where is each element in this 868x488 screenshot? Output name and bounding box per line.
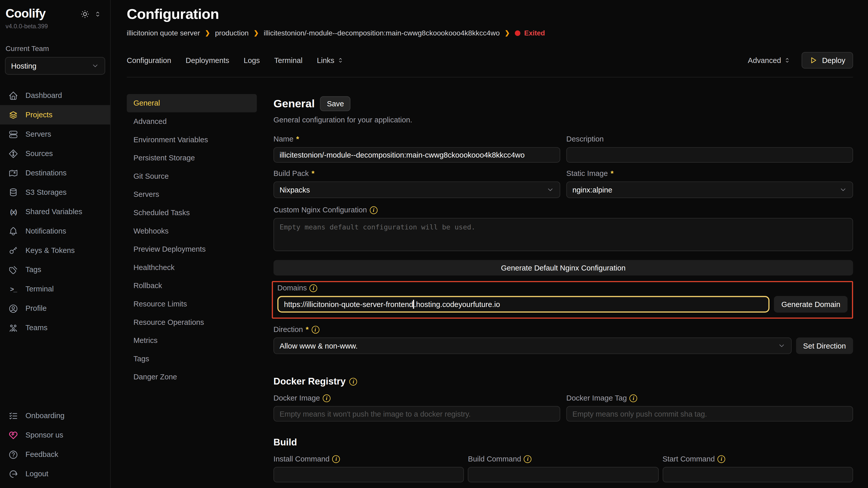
sidebar-item-logout[interactable]: Logout: [0, 464, 110, 483]
domains-value-after-caret: .hosting.codeyourfuture.io: [414, 300, 500, 308]
sidebar-item-s3-storages[interactable]: S3 Storages: [0, 183, 110, 202]
generate-nginx-button[interactable]: Generate Default Nginx Configuration: [274, 260, 853, 275]
tab-terminal[interactable]: Terminal: [274, 56, 303, 65]
sidebar-item-dashboard[interactable]: Dashboard: [0, 86, 110, 105]
framework-docs-link[interactable]: Framework Specific Docs: [460, 487, 538, 488]
docker-image-field-group: Docker Image i: [274, 394, 560, 421]
tab-deployments[interactable]: Deployments: [186, 56, 229, 65]
sidebar-item-teams[interactable]: Teams: [0, 318, 110, 337]
git-source-icon: [8, 149, 19, 159]
custom-nginx-textarea[interactable]: [274, 218, 853, 251]
status-dot-icon: [515, 30, 521, 36]
chevron-down-icon: [778, 342, 785, 350]
sidebar-item-profile[interactable]: Profile: [0, 299, 110, 318]
tab-logs[interactable]: Logs: [244, 56, 260, 65]
build-command-input[interactable]: [468, 467, 658, 482]
tab-links[interactable]: Links: [317, 56, 344, 65]
sidebar-item-shared-variables[interactable]: (x) Shared Variables: [0, 202, 110, 221]
required-marker: *: [611, 169, 613, 178]
bell-icon: [8, 226, 19, 236]
config-subnav: General Advanced Environment Variables P…: [127, 94, 257, 488]
name-input[interactable]: [274, 147, 560, 163]
sidebar-item-feedback[interactable]: Feedback: [0, 445, 110, 464]
home-icon: [8, 91, 19, 100]
page-title: Configuration: [127, 6, 853, 23]
static-image-select[interactable]: nginx:alpine: [566, 182, 853, 198]
sidebar-item-sources[interactable]: Sources: [0, 144, 110, 163]
main-area: Configuration illicitonion quote server …: [111, 0, 868, 488]
install-command-input[interactable]: [274, 467, 464, 482]
subnav-item-git-source[interactable]: Git Source: [127, 167, 257, 185]
subnav-item-scheduled-tasks[interactable]: Scheduled Tasks: [127, 203, 257, 222]
advanced-select[interactable]: Advanced: [748, 56, 790, 65]
sidebar-item-onboarding[interactable]: Onboarding: [0, 406, 110, 426]
direction-select[interactable]: Allow www & non-www.: [274, 337, 792, 354]
docker-image-input[interactable]: [274, 406, 560, 422]
set-direction-button[interactable]: Set Direction: [796, 337, 853, 354]
subnav-item-servers[interactable]: Servers: [127, 185, 257, 204]
subnav-item-danger-zone[interactable]: Danger Zone: [127, 368, 257, 386]
sidebar-item-projects[interactable]: Projects: [0, 105, 110, 124]
start-command-label: Start Command: [662, 455, 715, 463]
required-marker: *: [296, 135, 299, 143]
description-input[interactable]: [566, 147, 853, 163]
build-command-field-group: Build Command i: [468, 455, 658, 482]
theme-selector-chevrons-icon[interactable]: [94, 10, 101, 18]
subnav-item-resource-operations[interactable]: Resource Operations: [127, 313, 257, 331]
build-pack-field-group: Build Pack * Nixpacks: [274, 169, 560, 198]
sidebar-item-keys-tokens[interactable]: Keys & Tokens: [0, 241, 110, 260]
sidebar-item-destinations[interactable]: Destinations: [0, 163, 110, 183]
subnav-item-advanced[interactable]: Advanced: [127, 112, 257, 131]
sidebar-item-tags[interactable]: Tags: [0, 260, 110, 280]
breadcrumb-environment[interactable]: production: [215, 29, 249, 37]
custom-nginx-label: Custom Nginx Configuration: [274, 206, 367, 214]
general-form: General Save General configuration for y…: [274, 94, 853, 488]
required-marker: *: [312, 169, 314, 178]
subnav-item-tags[interactable]: Tags: [127, 350, 257, 368]
sidebar-item-sponsor[interactable]: Sponsor us: [0, 425, 110, 445]
build-pack-select[interactable]: Nixpacks: [274, 182, 560, 198]
checklist-icon: [8, 411, 19, 421]
direction-value: Allow www & non-www.: [280, 341, 358, 350]
variables-icon: (x): [8, 208, 19, 216]
sidebar-item-terminal[interactable]: >_ Terminal: [0, 280, 110, 299]
static-image-value: nginx:alpine: [572, 186, 612, 194]
sidebar-item-servers[interactable]: Servers: [0, 124, 110, 144]
subnav-item-rollback[interactable]: Rollback: [127, 276, 257, 295]
info-icon: i: [332, 455, 340, 463]
subnav-item-healthcheck[interactable]: Healthcheck: [127, 258, 257, 276]
tab-configuration[interactable]: Configuration: [127, 56, 171, 65]
app-logo: Coolify: [6, 7, 46, 21]
generate-domain-button[interactable]: Generate Domain: [774, 296, 847, 313]
info-icon: i: [370, 206, 377, 214]
subnav-item-environment-variables[interactable]: Environment Variables: [127, 131, 257, 149]
breadcrumb-project[interactable]: illicitonion quote server: [127, 29, 200, 37]
save-button[interactable]: Save: [320, 96, 350, 111]
chevron-down-icon: [91, 62, 99, 70]
subnav-item-persistent-storage[interactable]: Persistent Storage: [127, 149, 257, 167]
subnav-item-resource-limits[interactable]: Resource Limits: [127, 295, 257, 313]
required-marker: *: [306, 325, 308, 334]
section-heading-general: General: [274, 97, 315, 110]
sidebar: Coolify v4.0.0-beta.399 Current Team Hos…: [0, 0, 111, 488]
docker-image-tag-input[interactable]: [566, 406, 853, 422]
subnav-item-webhooks[interactable]: Webhooks: [127, 222, 257, 240]
tags-icon: [8, 265, 19, 274]
domains-input[interactable]: https://illicitonion-quote-server-fronte…: [277, 296, 770, 313]
static-image-field-group: Static Image * nginx:alpine: [566, 169, 853, 198]
sidebar-item-notifications[interactable]: Notifications: [0, 221, 110, 241]
team-select[interactable]: Hosting: [5, 57, 105, 74]
subnav-item-metrics[interactable]: Metrics: [127, 331, 257, 350]
team-select-value: Hosting: [11, 62, 36, 70]
breadcrumb-resource[interactable]: illicitestonion/-module--decomposition:m…: [264, 29, 500, 37]
play-icon: [809, 56, 817, 64]
subnav-item-preview-deployments[interactable]: Preview Deployments: [127, 240, 257, 259]
sidebar-nav: Dashboard Projects Servers Sources Desti…: [0, 86, 110, 337]
map-icon: [8, 168, 19, 178]
deploy-button[interactable]: Deploy: [802, 52, 853, 69]
theme-sun-icon[interactable]: [81, 9, 90, 19]
name-field-group: Name *: [274, 135, 560, 162]
start-command-input[interactable]: [662, 467, 853, 482]
subnav-item-general[interactable]: General: [127, 94, 257, 112]
section-heading-docker-registry: Docker Registry: [274, 376, 346, 387]
